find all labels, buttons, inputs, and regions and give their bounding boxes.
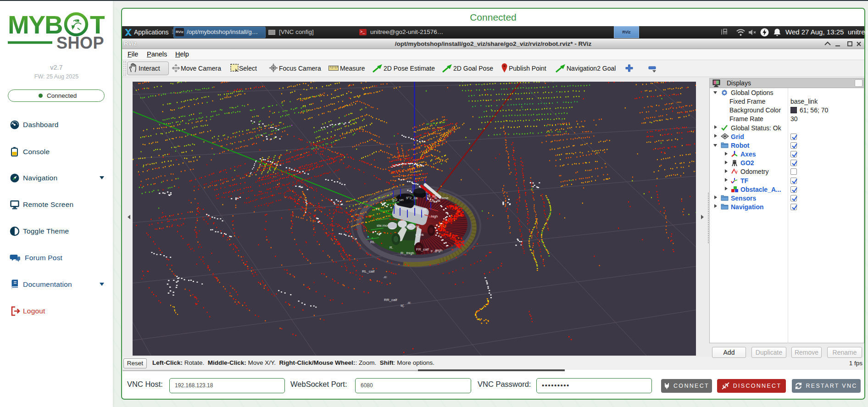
svg-text:R:_thigh: R:_thigh <box>401 251 414 255</box>
svg-text:FR_calf: FR_calf <box>416 247 429 251</box>
svg-text:R.: R. <box>389 245 393 250</box>
svg-text:..high: ..high <box>429 214 438 218</box>
svg-text:SHOP: SHOP <box>56 33 104 50</box>
svg-text:RL_calf: RL_calf <box>362 269 375 273</box>
svg-text:ste:mo: ste:mo <box>377 223 388 228</box>
svg-text:x_lnk: x_lnk <box>415 233 424 237</box>
svg-text:42c_lik: 42c_lik <box>429 199 441 203</box>
svg-text:RR_calf: RR_calf <box>384 298 397 302</box>
svg-text:FL: FL <box>376 207 380 211</box>
svg-text:.o:: .o: <box>407 301 411 305</box>
svg-text:high: high <box>435 248 442 252</box>
svg-text:s(.: s(. <box>401 303 405 307</box>
svg-text:g:2_un: g:2_un <box>392 198 403 202</box>
svg-text:RL: RL <box>370 240 375 244</box>
svg-text:MYB: MYB <box>8 12 62 39</box>
svg-text:.o:: .o: <box>383 275 387 279</box>
svg-text:_ak: _ak <box>420 207 427 211</box>
svg-text::ske_link: :ske_link <box>405 224 420 229</box>
svg-text:9°2_ca: 9°2_ca <box>406 196 418 200</box>
